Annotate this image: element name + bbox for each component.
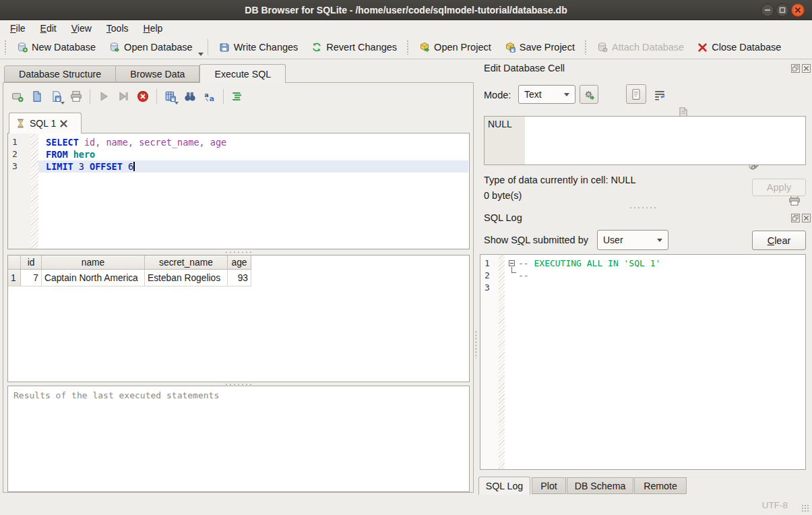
word-wrap-button[interactable] — [651, 86, 668, 104]
cell-value-editor[interactable]: NULL — [484, 116, 806, 165]
stop-sql-button[interactable] — [134, 88, 152, 105]
dock-resize-handle[interactable] — [475, 330, 476, 359]
dock-splitter-handle[interactable] — [480, 206, 806, 209]
tab-browse-data[interactable]: Browse Data — [116, 65, 199, 82]
word-wrap-icon — [654, 89, 666, 101]
resize-grip[interactable] — [801, 504, 809, 512]
open-project-button[interactable]: Open Project — [412, 38, 498, 57]
tab-database-structure[interactable]: Database Structure — [4, 65, 116, 82]
close-dock-button[interactable] — [802, 214, 811, 222]
attach-database-label: Attach Database — [612, 42, 684, 53]
bottom-tab-sql-log[interactable]: SQL Log — [478, 477, 530, 495]
cell-type-info: Type of data currently in cell: NULL — [484, 175, 636, 185]
save-results-button[interactable] — [162, 88, 179, 105]
column-header-secret-name[interactable]: secret_name — [145, 255, 228, 270]
sql-editor[interactable]: 1 2 3 SELECT id, name, secret_name, age … — [7, 133, 470, 249]
open-database-icon — [109, 42, 120, 53]
auto-apply-button[interactable] — [580, 85, 598, 104]
splitter-handle[interactable] — [7, 250, 470, 253]
open-database-label: Open Database — [124, 42, 193, 53]
open-sql-file-button[interactable] — [28, 88, 46, 105]
print-sql-button[interactable] — [67, 88, 85, 105]
bottom-tab-db-schema[interactable]: DB Schema — [567, 477, 633, 494]
close-database-label: Close Database — [712, 42, 781, 53]
log-line: -- EXECUTING ALL IN 'SQL 1' — [518, 258, 660, 270]
save-project-button[interactable]: Save Project — [498, 38, 582, 57]
close-database-button[interactable]: Close Database — [691, 38, 788, 57]
line-number: 3 — [12, 160, 28, 173]
close-button[interactable] — [791, 3, 805, 17]
maximize-button[interactable] — [776, 3, 789, 17]
clear-log-button[interactable]: Clear — [752, 231, 806, 250]
save-file-dropdown-icon — [61, 102, 65, 104]
svg-text:a: a — [209, 94, 214, 102]
menu-edit[interactable]: Edit — [33, 21, 64, 36]
auto-completion-button[interactable]: a a — [201, 88, 218, 105]
play-to-end-icon — [117, 90, 129, 102]
format-sql-button[interactable] — [228, 88, 246, 105]
float-dock-button[interactable] — [791, 214, 800, 222]
menu-tools[interactable]: Tools — [99, 21, 136, 36]
sql-number: 6 — [123, 161, 133, 172]
cell-id[interactable]: 7 — [21, 270, 42, 286]
new-database-button[interactable]: New Database — [10, 38, 102, 57]
text-mode-button[interactable] — [626, 84, 646, 104]
open-database-dropdown-icon[interactable] — [198, 53, 204, 56]
menu-file[interactable]: File — [3, 21, 33, 36]
tab-execute-sql[interactable]: Execute SQL — [199, 64, 286, 83]
column-header-age[interactable]: age — [228, 255, 251, 270]
find-replace-button[interactable] — [181, 88, 199, 105]
open-project-label: Open Project — [434, 42, 491, 53]
titlebar: DB Browser for SQLite - /home/user/code/… — [0, 0, 812, 20]
minimize-icon — [764, 7, 771, 13]
cell-age[interactable]: 93 — [228, 270, 251, 286]
save-project-label: Save Project — [520, 42, 575, 53]
apply-button[interactable]: Apply — [752, 179, 806, 196]
attach-database-button[interactable]: Attach Database — [590, 38, 691, 57]
close-tab-icon[interactable] — [60, 120, 67, 127]
bottom-tab-remote[interactable]: Remote — [634, 477, 687, 494]
write-changes-button[interactable]: Write Changes — [212, 38, 305, 57]
toolbar-drag-handle[interactable] — [584, 40, 588, 55]
apply-label: Apply — [767, 182, 791, 193]
execute-current-line-button[interactable] — [115, 88, 132, 105]
sql-document-tab[interactable]: SQL 1 — [9, 113, 82, 133]
table-row[interactable]: 1 7 Captain North America Esteban Rogeli… — [8, 270, 469, 286]
toolbar-drag-handle[interactable] — [4, 40, 7, 55]
new-database-icon — [17, 42, 28, 53]
log-line-number: 2 — [485, 270, 497, 282]
open-sql-tab-button[interactable] — [9, 88, 26, 105]
sql-table-name: hero — [68, 149, 96, 160]
menu-help[interactable]: Help — [136, 21, 170, 36]
open-database-button[interactable]: Open Database — [102, 38, 199, 57]
window-title: DB Browser for SQLite - /home/user/code/… — [0, 0, 812, 20]
execute-sql-button[interactable] — [95, 88, 113, 105]
clear-label: Clear — [768, 235, 791, 246]
bottom-tab-plot[interactable]: Plot — [532, 477, 566, 494]
column-header-id[interactable]: id — [21, 255, 42, 270]
binoculars-icon — [184, 90, 196, 102]
toolbar-drag-handle[interactable] — [406, 40, 410, 55]
sql-log-view[interactable]: 1 2 3 -- EXECUTING ALL IN 'SQL 1' -- — [480, 254, 806, 470]
minimize-button[interactable] — [761, 3, 774, 17]
revert-changes-button[interactable]: Revert Changes — [305, 38, 404, 57]
revert-changes-icon — [311, 42, 322, 53]
toolbar-separator — [156, 89, 157, 104]
edit-cell-dock-title: Edit Database Cell — [484, 63, 565, 73]
save-file-icon — [51, 90, 63, 102]
float-icon — [792, 65, 799, 71]
cell-mode-select[interactable]: Text — [518, 85, 575, 104]
cell-secret-name[interactable]: Esteban Rogelios — [145, 270, 228, 286]
fold-marker-icon[interactable] — [509, 260, 515, 266]
column-header-name[interactable]: name — [42, 255, 145, 270]
menu-view[interactable]: View — [64, 21, 99, 36]
cell-name[interactable]: Captain North America — [42, 270, 145, 286]
hourglass-icon — [15, 118, 26, 129]
save-sql-file-button[interactable] — [48, 88, 65, 105]
results-grid[interactable]: id name secret_name age 1 7 Captain Nort… — [7, 255, 470, 382]
line-number: 2 — [12, 148, 28, 160]
sql-log-filter-select[interactable]: User — [597, 230, 668, 250]
float-dock-button[interactable] — [791, 64, 800, 73]
sql-keyword: LIMIT — [46, 161, 73, 172]
close-dock-button[interactable] — [802, 64, 811, 73]
